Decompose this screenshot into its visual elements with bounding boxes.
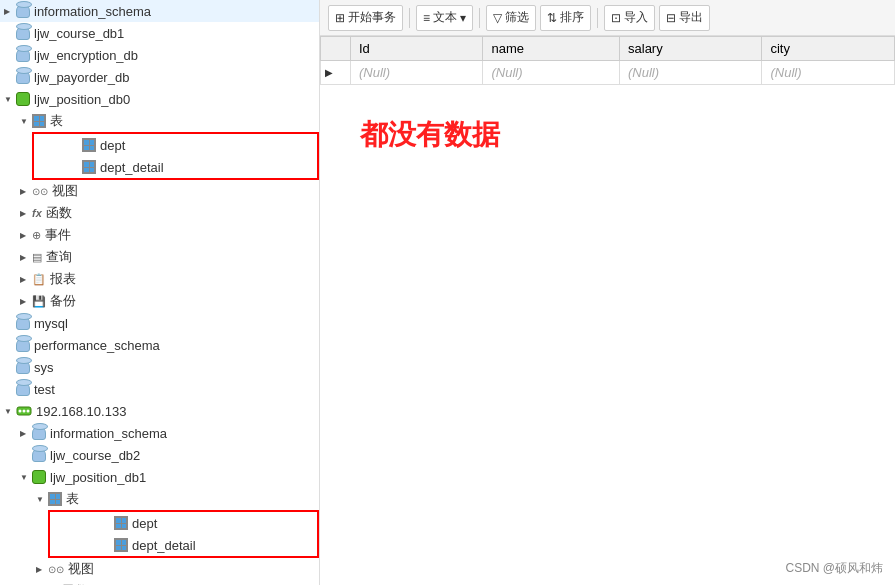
sidebar-item-label: dept xyxy=(132,516,157,531)
sidebar-item-label: performance_schema xyxy=(34,338,160,353)
row-indicator-header xyxy=(321,37,351,61)
sidebar-item-tables_group_2[interactable]: ▼表 xyxy=(0,488,319,510)
db-icon xyxy=(32,448,46,462)
sidebar-item-performance_schema[interactable]: performance_schema xyxy=(0,334,319,356)
db-icon xyxy=(16,360,30,374)
import-button[interactable]: ⊡ 导入 xyxy=(604,5,655,31)
table-icon xyxy=(114,516,128,530)
sidebar-item-label: 事件 xyxy=(45,226,71,244)
sidebar-item-label: ljw_course_db1 xyxy=(34,26,124,41)
table-row[interactable]: ▶ (Null) (Null) (Null) (Null) xyxy=(321,61,895,85)
sort-button[interactable]: ⇅ 排序 xyxy=(540,5,591,31)
toggle-icon: ▼ xyxy=(36,495,48,504)
backup-icon: 💾 xyxy=(32,295,46,308)
sidebar-item-label: 表 xyxy=(66,490,79,508)
toggle-icon: ▼ xyxy=(20,117,32,126)
filter-button[interactable]: ▽ 筛选 xyxy=(486,5,536,31)
sidebar-item-dept_2[interactable]: dept xyxy=(50,512,317,534)
annotation-text: 都没有数据 xyxy=(360,116,500,154)
sidebar-item-ljw_payorder_db[interactable]: ljw_payorder_db xyxy=(0,66,319,88)
sidebar-item-label: 表 xyxy=(50,112,63,130)
sidebar-item-information_schema_2[interactable]: ▶information_schema xyxy=(0,422,319,444)
table-icon xyxy=(48,492,62,506)
filter-icon: ▽ xyxy=(493,11,502,25)
column-header-id: Id xyxy=(351,37,483,61)
toggle-icon: ▶ xyxy=(20,253,32,262)
begin-transaction-button[interactable]: ⊞ 开始事务 xyxy=(328,5,403,31)
sidebar-item-label: ljw_encryption_db xyxy=(34,48,138,63)
sidebar-item-mysql[interactable]: mysql xyxy=(0,312,319,334)
sidebar-item-dept_1[interactable]: dept xyxy=(34,134,317,156)
db-icon xyxy=(16,382,30,396)
text-label: 文本 xyxy=(433,9,457,26)
table-icon xyxy=(82,138,96,152)
table-area: Id name salary city ▶ (Null) (Null) (Nul… xyxy=(320,36,895,585)
sidebar-item-reports_group_1[interactable]: ▶📋报表 xyxy=(0,268,319,290)
sidebar-item-label: information_schema xyxy=(34,4,151,19)
sidebar-item-label: 查询 xyxy=(46,248,72,266)
sidebar-item-information_schema_1[interactable]: ▶information_schema xyxy=(0,0,319,22)
sidebar-item-label: 192.168.10.133 xyxy=(36,404,126,419)
text-button[interactable]: ≡ 文本 ▾ xyxy=(416,5,473,31)
text-dropdown-icon: ▾ xyxy=(460,11,466,25)
sidebar-item-dept_detail_1[interactable]: dept_detail xyxy=(34,156,317,178)
sidebar-item-label: dept xyxy=(100,138,125,153)
sidebar-item-backups_group_1[interactable]: ▶💾备份 xyxy=(0,290,319,312)
sidebar-item-sys[interactable]: sys xyxy=(0,356,319,378)
table-icon xyxy=(82,160,96,174)
data-table: Id name salary city ▶ (Null) (Null) (Nul… xyxy=(320,36,895,85)
sidebar-item-label: 视图 xyxy=(52,182,78,200)
highlight-box-2: deptdept_detail xyxy=(48,510,319,558)
toggle-icon: ▶ xyxy=(20,187,32,196)
sidebar-item-views_group_1[interactable]: ▶⊙⊙视图 xyxy=(0,180,319,202)
sidebar-item-events_group_1[interactable]: ▶⊕事件 xyxy=(0,224,319,246)
highlight-box-1: deptdept_detail xyxy=(32,132,319,180)
sidebar-item-conn2[interactable]: ▼192.168.10.133 xyxy=(0,400,319,422)
sidebar-item-ljw_course_db2[interactable]: ljw_course_db2 xyxy=(0,444,319,466)
sidebar-item-label: ljw_position_db1 xyxy=(50,470,146,485)
db-icon xyxy=(16,4,30,18)
sidebar-item-dept_detail_2[interactable]: dept_detail xyxy=(50,534,317,556)
table-icon xyxy=(32,114,46,128)
db-icon xyxy=(16,316,30,330)
sidebar-item-funcs_group_1[interactable]: ▶fx函数 xyxy=(0,202,319,224)
db-icon xyxy=(16,70,30,84)
conn-icon xyxy=(16,404,32,418)
sidebar-item-label: sys xyxy=(34,360,54,375)
cell-salary: (Null) xyxy=(620,61,762,85)
toggle-icon: ▶ xyxy=(20,297,32,306)
sidebar: ▶information_schemaljw_course_db1ljw_enc… xyxy=(0,0,320,585)
export-button[interactable]: ⊟ 导出 xyxy=(659,5,710,31)
export-icon: ⊟ xyxy=(666,11,676,25)
db-green-icon xyxy=(32,470,46,484)
separator-3 xyxy=(597,8,598,28)
sidebar-item-test[interactable]: test xyxy=(0,378,319,400)
db-green-icon xyxy=(16,92,30,106)
filter-label: 筛选 xyxy=(505,9,529,26)
sidebar-item-label: ljw_course_db2 xyxy=(50,448,140,463)
transaction-icon: ⊞ xyxy=(335,11,345,25)
sidebar-item-ljw_course_db1[interactable]: ljw_course_db1 xyxy=(0,22,319,44)
sidebar-item-label: information_schema xyxy=(50,426,167,441)
main-panel: ⊞ 开始事务 ≡ 文本 ▾ ▽ 筛选 ⇅ 排序 ⊡ 导入 ⊟ 导出 xyxy=(320,0,895,585)
cell-id: (Null) xyxy=(351,61,483,85)
import-icon: ⊡ xyxy=(611,11,621,25)
view-icon: ⊙⊙ xyxy=(32,186,48,197)
sidebar-item-label: ljw_position_db0 xyxy=(34,92,130,107)
sidebar-item-ljw_position_db1[interactable]: ▼ljw_position_db1 xyxy=(0,466,319,488)
table-icon xyxy=(114,538,128,552)
sidebar-item-funcs_group_2[interactable]: ▶fx函数 xyxy=(0,580,319,585)
sidebar-item-label: 函数 xyxy=(46,204,72,222)
sidebar-item-ljw_position_db0[interactable]: ▼ljw_position_db0 xyxy=(0,88,319,110)
watermark-text: CSDN @硕风和炜 xyxy=(785,560,883,577)
sidebar-item-ljw_encryption_db[interactable]: ljw_encryption_db xyxy=(0,44,319,66)
sidebar-item-queries_group_1[interactable]: ▶▤查询 xyxy=(0,246,319,268)
sort-icon: ⇅ xyxy=(547,11,557,25)
toggle-icon: ▶ xyxy=(20,231,32,240)
row-indicator-cell: ▶ xyxy=(321,61,351,85)
toggle-icon: ▶ xyxy=(20,275,32,284)
svg-point-1 xyxy=(19,410,22,413)
sidebar-item-views_group_2[interactable]: ▶⊙⊙视图 xyxy=(0,558,319,580)
sidebar-item-tables_group_1[interactable]: ▼表 xyxy=(0,110,319,132)
import-label: 导入 xyxy=(624,9,648,26)
